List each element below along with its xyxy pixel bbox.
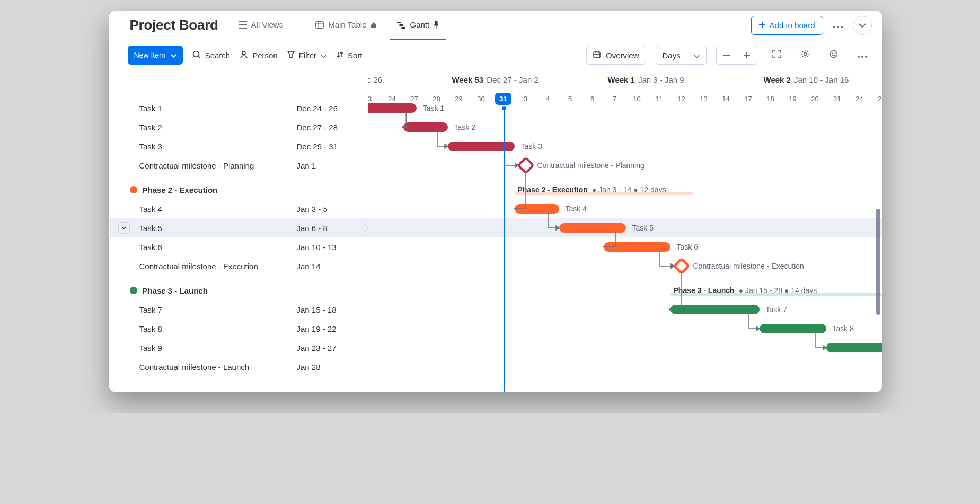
more-menu-button[interactable]	[828, 16, 847, 35]
task-row[interactable]: Task 7Jan 15 - 18	[109, 300, 368, 319]
gantt-row[interactable]: Task 4	[368, 199, 882, 218]
task-dates: Jan 1	[297, 161, 360, 170]
gantt-row[interactable]: Contractual milestone - Planning	[368, 156, 882, 175]
pin-icon	[434, 21, 439, 29]
all-views-tab[interactable]: All Views	[231, 11, 291, 40]
all-views-label: All Views	[251, 20, 284, 29]
svg-point-11	[830, 51, 837, 58]
task-row[interactable]: Contractual milestone - ExecutionJan 14	[109, 257, 368, 276]
group-row[interactable]: Phase 3 - Launch	[109, 281, 368, 300]
calendar-icon	[593, 51, 601, 60]
smiley-icon	[829, 50, 838, 60]
gantt-row[interactable]: Task 1	[368, 99, 882, 118]
overview-picker[interactable]: Overview	[586, 46, 646, 65]
svg-point-7	[193, 51, 199, 57]
svg-rect-2	[399, 24, 403, 26]
gantt-row[interactable]: Phase 2 - Execution ● Jan 3 - 14 ● 12 da…	[368, 180, 882, 199]
zoom-in-button[interactable]	[737, 46, 757, 65]
task-bar-label: Task 4	[566, 199, 587, 218]
gantt-row[interactable]: Task 6	[368, 237, 882, 257]
timeline-panel[interactable]: ec 26Week 53 Dec 27 - Jan 2Week 1 Jan 3 …	[368, 70, 882, 392]
group-name: Phase 2 - Execution	[143, 185, 360, 194]
task-row[interactable]: Task 4Jan 3 - 5	[109, 199, 368, 218]
task-bar-label: Task 5	[632, 218, 654, 237]
new-item-button[interactable]: New Item	[128, 46, 183, 65]
fullscreen-button[interactable]	[767, 46, 786, 65]
gantt-body: Task 1Dec 24 - 26Task 2Dec 27 - 28Task 3…	[109, 70, 882, 392]
board-title[interactable]: Project Board	[130, 17, 218, 33]
svg-rect-9	[594, 52, 600, 58]
svg-point-13	[834, 53, 835, 54]
week-label: Week 1 Jan 3 - Jan 9	[608, 70, 684, 89]
group-summary-bar	[670, 293, 882, 296]
app-window: Project Board All Views Main Table	[109, 11, 882, 392]
gantt-tab[interactable]: Gantt	[390, 11, 446, 40]
svg-point-4	[833, 26, 835, 28]
zoom-control	[716, 46, 757, 65]
feedback-button[interactable]	[824, 46, 843, 65]
expand-subitems-button[interactable]	[118, 222, 130, 234]
gantt-row[interactable]: Task 5	[368, 218, 882, 237]
svg-point-8	[242, 51, 245, 55]
task-row[interactable]: Task 8Jan 19 - 22	[109, 319, 368, 338]
gantt-row[interactable]: Contractual milestone - Execution	[368, 257, 882, 276]
task-dates: Jan 10 - 13	[297, 243, 360, 252]
group-summary-bar	[515, 192, 693, 195]
task-dates: Jan 14	[297, 262, 360, 271]
dependency-connector	[748, 313, 769, 338]
scale-picker[interactable]: Days	[656, 46, 707, 65]
gantt-row[interactable]	[368, 357, 882, 376]
add-to-board-button[interactable]: Add to board	[751, 16, 823, 35]
task-row[interactable]: Contractual milestone - PlanningJan 1	[109, 156, 368, 175]
svg-rect-0	[316, 21, 324, 28]
svg-rect-1	[397, 22, 401, 23]
person-tool[interactable]: Person	[240, 50, 278, 60]
group-row[interactable]: Phase 2 - Execution	[109, 180, 368, 199]
task-dates: Jan 3 - 5	[297, 205, 360, 214]
add-to-board-label: Add to board	[770, 21, 815, 30]
group-color-dot	[130, 186, 137, 193]
task-name: Task 2	[139, 123, 292, 132]
task-row[interactable]: Task 3Dec 29 - 31	[109, 137, 368, 156]
home-icon	[370, 22, 377, 28]
gantt-label: Gantt	[410, 20, 429, 29]
dependency-connector	[815, 332, 836, 357]
group-name: Phase 3 - Launch	[143, 286, 360, 295]
gantt-row[interactable]: Task 8	[368, 319, 882, 338]
task-name: Task 6	[139, 243, 292, 252]
today-indicator	[504, 108, 505, 392]
gantt-row[interactable]: Task 7	[368, 300, 882, 319]
vertical-scrollbar[interactable]	[876, 108, 880, 388]
zoom-out-button[interactable]	[717, 46, 737, 65]
task-row[interactable]: Task 1Dec 24 - 26	[109, 99, 368, 118]
task-dates: Dec 29 - 31	[297, 142, 360, 151]
search-tool[interactable]: Search	[192, 50, 231, 60]
main-table-tab[interactable]: Main Table	[308, 11, 384, 40]
svg-point-5	[837, 26, 839, 28]
task-dates: Jan 19 - 22	[297, 324, 360, 333]
dependency-connector	[603, 231, 625, 257]
main-table-label: Main Table	[328, 20, 366, 29]
gantt-row[interactable]: Phase 3 - Launch ● Jan 15 - 28 ● 14 days	[368, 281, 882, 300]
task-row[interactable]: Task 9Jan 23 - 27	[109, 338, 368, 357]
task-row[interactable]: Task 2Dec 27 - 28	[109, 118, 368, 137]
milestone-label: Contractual milestone - Planning	[537, 156, 644, 175]
dots-icon	[833, 21, 843, 30]
task-name: Contractual milestone - Planning	[139, 161, 292, 170]
task-dates: Dec 27 - 28	[297, 123, 360, 132]
svg-point-6	[841, 26, 843, 28]
task-row[interactable]: Task 6Jan 10 - 13	[109, 237, 368, 257]
collapse-button[interactable]	[853, 16, 872, 35]
divider	[299, 19, 299, 32]
svg-point-12	[832, 53, 833, 54]
sort-tool[interactable]: Sort	[336, 51, 363, 60]
gantt-row[interactable]: Task 9	[368, 338, 882, 357]
svg-rect-3	[401, 27, 405, 29]
filter-tool[interactable]: Filter	[287, 51, 326, 60]
task-dates: Jan 6 - 8	[297, 224, 360, 233]
task-row[interactable]: Contractual milestone - LaunchJan 28	[109, 357, 368, 376]
more-options-button[interactable]	[853, 46, 872, 65]
svg-point-10	[804, 53, 806, 56]
settings-button[interactable]	[796, 46, 815, 65]
task-row[interactable]: Task 5Jan 6 - 8	[109, 218, 368, 237]
